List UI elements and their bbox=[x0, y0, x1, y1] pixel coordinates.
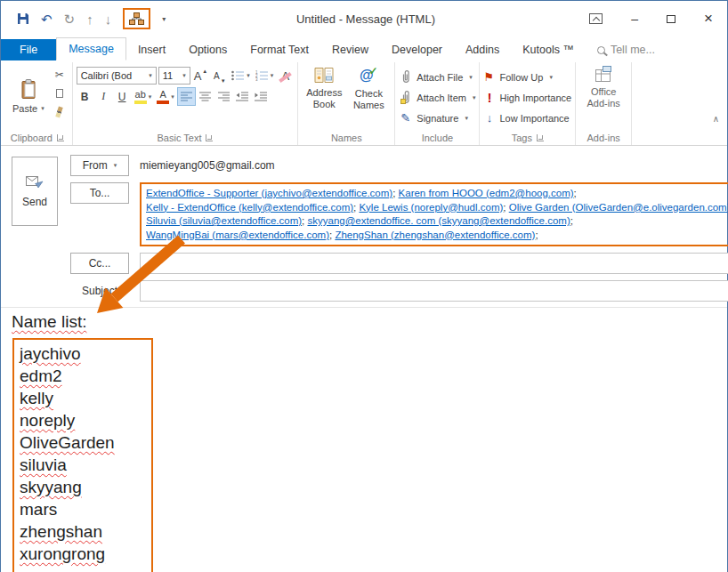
recipient-link[interactable]: Karen from HOOO (edm2@hoog.com) bbox=[399, 188, 574, 198]
collapse-ribbon-icon[interactable]: ∧ bbox=[713, 114, 719, 124]
align-center-button[interactable] bbox=[197, 88, 214, 105]
from-row: From▾ miemieyang005@gmail.com bbox=[70, 155, 728, 176]
bullets-button[interactable]: ▾ bbox=[230, 68, 252, 85]
align-right-button[interactable] bbox=[215, 88, 232, 105]
subject-row: Subject bbox=[70, 280, 728, 302]
office-addins-button[interactable]: Office Add-ins bbox=[579, 63, 627, 130]
low-importance-label: Low Importance bbox=[499, 113, 569, 124]
message-body[interactable]: Name list: jaychivoedm2kellynoreplyOlive… bbox=[1, 307, 727, 572]
attach-file-button[interactable]: Attach File▾ bbox=[399, 68, 475, 86]
qat-dropdown-icon[interactable]: ▾ bbox=[162, 15, 166, 23]
send-button[interactable]: Send bbox=[12, 157, 58, 226]
increase-indent-button[interactable] bbox=[253, 88, 270, 105]
underline-button[interactable]: U bbox=[114, 88, 131, 105]
name-item: zhengshan bbox=[20, 520, 102, 543]
clipboard-dialog-launcher[interactable] bbox=[57, 134, 64, 141]
check-names-button[interactable]: @✓ Check Names bbox=[346, 63, 391, 130]
cc-field[interactable] bbox=[140, 253, 728, 274]
name-item: kelly bbox=[20, 387, 53, 409]
close-button[interactable]: × bbox=[704, 10, 713, 28]
move-down-icon[interactable]: ↓ bbox=[105, 12, 112, 26]
subject-field[interactable] bbox=[140, 280, 728, 302]
low-importance-button[interactable]: ↓ Low Importance bbox=[483, 109, 571, 127]
office-addins-label: Office Add-ins bbox=[579, 86, 627, 109]
recipient-link[interactable]: skyyang@extendoffice. com (skyyang@exten… bbox=[307, 215, 570, 226]
highlight-color-button[interactable]: ab▾ bbox=[133, 88, 154, 105]
include-group: Attach File▾ Attach Item▾ ✎ Signature▾ I… bbox=[395, 62, 480, 145]
tags-dialog-launcher[interactable] bbox=[537, 134, 544, 141]
maximize-button[interactable] bbox=[667, 15, 675, 23]
ribbon: Paste▾ ✂ Clipboard Calibri (Bod▾ 11▾ A▲ … bbox=[1, 60, 727, 146]
font-size-select[interactable]: 11▾ bbox=[158, 67, 190, 85]
paperclip-icon bbox=[399, 70, 412, 84]
follow-up-button[interactable]: ⚑ Follow Up▾ bbox=[483, 68, 571, 86]
align-left-button[interactable] bbox=[178, 88, 195, 105]
tab-file[interactable]: File bbox=[1, 39, 56, 60]
tab-format-text[interactable]: Format Text bbox=[239, 39, 320, 60]
tab-kutools[interactable]: Kutools ™ bbox=[511, 39, 586, 60]
undo-icon[interactable]: ↶ bbox=[41, 12, 53, 26]
minimize-button[interactable]: – bbox=[631, 12, 638, 26]
attach-item-icon bbox=[399, 91, 412, 104]
tab-message[interactable]: Message bbox=[56, 37, 126, 60]
font-family-select[interactable]: Calibri (Bod▾ bbox=[77, 67, 157, 85]
recipient-link[interactable]: Kyle Lewis (noreply@hudl.com) bbox=[359, 202, 503, 213]
move-up-icon[interactable]: ↑ bbox=[86, 12, 93, 26]
bold-button[interactable]: B bbox=[77, 88, 93, 105]
check-names-icon: @✓ bbox=[360, 66, 378, 85]
redo-icon[interactable]: ↻ bbox=[64, 12, 76, 26]
format-painter-button[interactable] bbox=[51, 104, 69, 119]
tab-insert[interactable]: Insert bbox=[126, 39, 177, 60]
tab-addins[interactable]: Addins bbox=[454, 39, 511, 60]
to-button[interactable]: To... bbox=[70, 182, 129, 204]
to-recipients: ExtendOffice - Supporter (jaychivo@exten… bbox=[146, 187, 728, 242]
cut-button[interactable]: ✂ bbox=[51, 67, 69, 82]
high-importance-button[interactable]: ! High Importance bbox=[483, 88, 571, 107]
decrease-indent-icon bbox=[236, 92, 248, 101]
recipient-link[interactable]: ExtendOffice - Supporter (jaychivo@exten… bbox=[146, 188, 392, 198]
address-book-button[interactable]: Address Book bbox=[302, 63, 346, 130]
to-field[interactable]: ExtendOffice - Supporter (jaychivo@exten… bbox=[140, 182, 728, 246]
addins-group-label: Add-ins bbox=[587, 133, 620, 143]
basic-text-dialog-launcher[interactable] bbox=[206, 134, 213, 141]
tags-group-label: Tags bbox=[512, 133, 532, 143]
recipient-line: Kelly - ExtendOffice (kelly@extendoffice… bbox=[146, 201, 728, 215]
clipboard-group: Paste▾ ✂ Clipboard bbox=[3, 62, 73, 145]
tab-tell-me[interactable]: Tell me... bbox=[586, 39, 667, 60]
tab-review[interactable]: Review bbox=[320, 39, 380, 60]
save-icon[interactable] bbox=[17, 12, 29, 25]
shrink-font-button[interactable]: A▼ bbox=[211, 68, 228, 85]
recipient-link[interactable]: Siluvia (siluvia@extendoffice.com) bbox=[146, 215, 302, 226]
italic-button[interactable]: I bbox=[95, 88, 112, 105]
tab-label: Tell me... bbox=[611, 44, 655, 56]
font-color-swatch bbox=[157, 101, 169, 104]
attach-item-button[interactable]: Attach Item▾ bbox=[399, 88, 475, 107]
compose-header: Send From▾ miemieyang005@gmail.com To...… bbox=[1, 146, 727, 307]
tab-options[interactable]: Options bbox=[177, 39, 239, 60]
outlook-message-window: ↶ ↻ ↑ ↓ ▾ Untitled - Message (HTML) – × … bbox=[0, 0, 728, 572]
clear-formatting-button[interactable]: A bbox=[277, 68, 294, 85]
copy-button[interactable] bbox=[51, 85, 69, 101]
send-icon bbox=[26, 175, 44, 189]
cc-button[interactable]: Cc... bbox=[70, 253, 129, 274]
recipient-link[interactable]: ZhengShan (zhengshan@extendoffice.com) bbox=[335, 230, 535, 240]
distribution-list-icon[interactable] bbox=[129, 12, 144, 25]
ribbon-display-options-icon[interactable] bbox=[589, 13, 603, 24]
font-color-button[interactable]: A▾ bbox=[155, 88, 176, 105]
recipient-link[interactable]: WangMingBai (mars@extendoffice.com) bbox=[146, 230, 329, 240]
signature-pen-icon: ✎ bbox=[399, 111, 412, 125]
grow-font-button[interactable]: A▲ bbox=[192, 68, 210, 85]
recipient-link[interactable]: Kelly - ExtendOffice (kelly@extendoffice… bbox=[146, 202, 353, 213]
send-label: Send bbox=[22, 196, 47, 208]
tab-developer[interactable]: Developer bbox=[380, 39, 454, 60]
tab-label: Addins bbox=[465, 44, 499, 56]
paste-button[interactable]: Paste▾ bbox=[6, 63, 51, 130]
numbering-button[interactable]: 123▾ bbox=[254, 68, 276, 85]
decrease-indent-button[interactable] bbox=[234, 88, 251, 105]
name-item: noreply bbox=[20, 409, 75, 431]
recipient-link[interactable]: Olive Garden (OliveGarden@e.olivegarden.… bbox=[509, 202, 728, 213]
from-button[interactable]: From▾ bbox=[70, 155, 129, 176]
tab-label: Review bbox=[332, 44, 368, 56]
signature-button[interactable]: ✎ Signature▾ bbox=[399, 109, 475, 127]
numbered-list-icon: 123 bbox=[255, 70, 269, 81]
